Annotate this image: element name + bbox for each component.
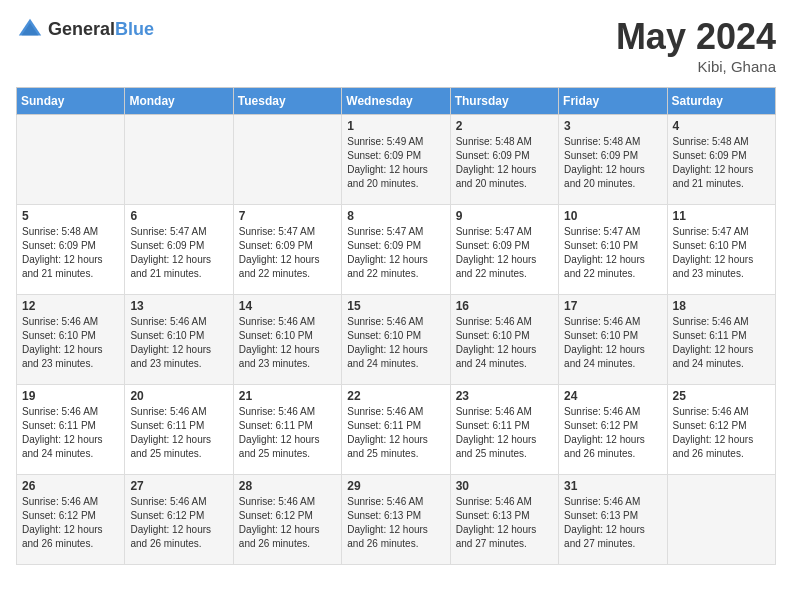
day-cell-21: 21Sunrise: 5:46 AM Sunset: 6:11 PM Dayli… [233, 385, 341, 475]
cell-content: Sunrise: 5:46 AM Sunset: 6:12 PM Dayligh… [239, 495, 336, 551]
cell-content: Sunrise: 5:46 AM Sunset: 6:12 PM Dayligh… [22, 495, 119, 551]
day-number: 2 [456, 119, 553, 133]
day-cell-26: 26Sunrise: 5:46 AM Sunset: 6:12 PM Dayli… [17, 475, 125, 565]
day-cell-18: 18Sunrise: 5:46 AM Sunset: 6:11 PM Dayli… [667, 295, 775, 385]
day-cell-15: 15Sunrise: 5:46 AM Sunset: 6:10 PM Dayli… [342, 295, 450, 385]
day-number: 12 [22, 299, 119, 313]
cell-content: Sunrise: 5:46 AM Sunset: 6:10 PM Dayligh… [130, 315, 227, 371]
day-header-tuesday: Tuesday [233, 88, 341, 115]
day-number: 30 [456, 479, 553, 493]
day-number: 18 [673, 299, 770, 313]
cell-content: Sunrise: 5:46 AM Sunset: 6:13 PM Dayligh… [456, 495, 553, 551]
cell-content: Sunrise: 5:47 AM Sunset: 6:09 PM Dayligh… [130, 225, 227, 281]
day-cell-25: 25Sunrise: 5:46 AM Sunset: 6:12 PM Dayli… [667, 385, 775, 475]
day-cell-29: 29Sunrise: 5:46 AM Sunset: 6:13 PM Dayli… [342, 475, 450, 565]
location: Kibi, Ghana [616, 58, 776, 75]
day-cell-31: 31Sunrise: 5:46 AM Sunset: 6:13 PM Dayli… [559, 475, 667, 565]
day-cell-4: 4Sunrise: 5:48 AM Sunset: 6:09 PM Daylig… [667, 115, 775, 205]
day-cell-27: 27Sunrise: 5:46 AM Sunset: 6:12 PM Dayli… [125, 475, 233, 565]
header-row: SundayMondayTuesdayWednesdayThursdayFrid… [17, 88, 776, 115]
cell-content: Sunrise: 5:46 AM Sunset: 6:10 PM Dayligh… [22, 315, 119, 371]
cell-content: Sunrise: 5:48 AM Sunset: 6:09 PM Dayligh… [456, 135, 553, 191]
week-row-4: 19Sunrise: 5:46 AM Sunset: 6:11 PM Dayli… [17, 385, 776, 475]
cell-content: Sunrise: 5:46 AM Sunset: 6:11 PM Dayligh… [130, 405, 227, 461]
day-number: 16 [456, 299, 553, 313]
cell-content: Sunrise: 5:46 AM Sunset: 6:13 PM Dayligh… [347, 495, 444, 551]
cell-content: Sunrise: 5:48 AM Sunset: 6:09 PM Dayligh… [22, 225, 119, 281]
logo-icon [16, 16, 44, 44]
day-cell-30: 30Sunrise: 5:46 AM Sunset: 6:13 PM Dayli… [450, 475, 558, 565]
day-cell-20: 20Sunrise: 5:46 AM Sunset: 6:11 PM Dayli… [125, 385, 233, 475]
day-number: 8 [347, 209, 444, 223]
day-number: 24 [564, 389, 661, 403]
cell-content: Sunrise: 5:47 AM Sunset: 6:09 PM Dayligh… [239, 225, 336, 281]
cell-content: Sunrise: 5:46 AM Sunset: 6:12 PM Dayligh… [130, 495, 227, 551]
empty-cell [667, 475, 775, 565]
day-cell-28: 28Sunrise: 5:46 AM Sunset: 6:12 PM Dayli… [233, 475, 341, 565]
logo-text: GeneralBlue [48, 20, 154, 40]
day-cell-8: 8Sunrise: 5:47 AM Sunset: 6:09 PM Daylig… [342, 205, 450, 295]
week-row-5: 26Sunrise: 5:46 AM Sunset: 6:12 PM Dayli… [17, 475, 776, 565]
cell-content: Sunrise: 5:46 AM Sunset: 6:11 PM Dayligh… [673, 315, 770, 371]
day-number: 22 [347, 389, 444, 403]
week-row-3: 12Sunrise: 5:46 AM Sunset: 6:10 PM Dayli… [17, 295, 776, 385]
cell-content: Sunrise: 5:46 AM Sunset: 6:13 PM Dayligh… [564, 495, 661, 551]
cell-content: Sunrise: 5:47 AM Sunset: 6:10 PM Dayligh… [564, 225, 661, 281]
day-number: 4 [673, 119, 770, 133]
day-header-saturday: Saturday [667, 88, 775, 115]
week-row-2: 5Sunrise: 5:48 AM Sunset: 6:09 PM Daylig… [17, 205, 776, 295]
day-cell-3: 3Sunrise: 5:48 AM Sunset: 6:09 PM Daylig… [559, 115, 667, 205]
title-block: May 2024 Kibi, Ghana [616, 16, 776, 75]
day-cell-16: 16Sunrise: 5:46 AM Sunset: 6:10 PM Dayli… [450, 295, 558, 385]
day-number: 20 [130, 389, 227, 403]
empty-cell [17, 115, 125, 205]
day-cell-14: 14Sunrise: 5:46 AM Sunset: 6:10 PM Dayli… [233, 295, 341, 385]
week-row-1: 1Sunrise: 5:49 AM Sunset: 6:09 PM Daylig… [17, 115, 776, 205]
day-cell-17: 17Sunrise: 5:46 AM Sunset: 6:10 PM Dayli… [559, 295, 667, 385]
day-cell-2: 2Sunrise: 5:48 AM Sunset: 6:09 PM Daylig… [450, 115, 558, 205]
day-cell-19: 19Sunrise: 5:46 AM Sunset: 6:11 PM Dayli… [17, 385, 125, 475]
day-cell-22: 22Sunrise: 5:46 AM Sunset: 6:11 PM Dayli… [342, 385, 450, 475]
day-header-friday: Friday [559, 88, 667, 115]
day-number: 5 [22, 209, 119, 223]
day-number: 25 [673, 389, 770, 403]
page-header: GeneralBlue May 2024 Kibi, Ghana [16, 16, 776, 75]
cell-content: Sunrise: 5:46 AM Sunset: 6:10 PM Dayligh… [239, 315, 336, 371]
month-title: May 2024 [616, 16, 776, 58]
cell-content: Sunrise: 5:46 AM Sunset: 6:10 PM Dayligh… [347, 315, 444, 371]
empty-cell [125, 115, 233, 205]
day-number: 10 [564, 209, 661, 223]
day-number: 3 [564, 119, 661, 133]
day-cell-24: 24Sunrise: 5:46 AM Sunset: 6:12 PM Dayli… [559, 385, 667, 475]
day-number: 9 [456, 209, 553, 223]
day-cell-10: 10Sunrise: 5:47 AM Sunset: 6:10 PM Dayli… [559, 205, 667, 295]
day-number: 7 [239, 209, 336, 223]
day-number: 31 [564, 479, 661, 493]
cell-content: Sunrise: 5:46 AM Sunset: 6:11 PM Dayligh… [456, 405, 553, 461]
calendar-table: SundayMondayTuesdayWednesdayThursdayFrid… [16, 87, 776, 565]
cell-content: Sunrise: 5:48 AM Sunset: 6:09 PM Dayligh… [673, 135, 770, 191]
day-number: 28 [239, 479, 336, 493]
cell-content: Sunrise: 5:46 AM Sunset: 6:11 PM Dayligh… [239, 405, 336, 461]
cell-content: Sunrise: 5:48 AM Sunset: 6:09 PM Dayligh… [564, 135, 661, 191]
day-header-monday: Monday [125, 88, 233, 115]
cell-content: Sunrise: 5:46 AM Sunset: 6:10 PM Dayligh… [564, 315, 661, 371]
empty-cell [233, 115, 341, 205]
day-cell-5: 5Sunrise: 5:48 AM Sunset: 6:09 PM Daylig… [17, 205, 125, 295]
cell-content: Sunrise: 5:49 AM Sunset: 6:09 PM Dayligh… [347, 135, 444, 191]
day-number: 15 [347, 299, 444, 313]
cell-content: Sunrise: 5:47 AM Sunset: 6:09 PM Dayligh… [347, 225, 444, 281]
day-header-thursday: Thursday [450, 88, 558, 115]
day-cell-11: 11Sunrise: 5:47 AM Sunset: 6:10 PM Dayli… [667, 205, 775, 295]
day-number: 19 [22, 389, 119, 403]
day-header-wednesday: Wednesday [342, 88, 450, 115]
day-cell-9: 9Sunrise: 5:47 AM Sunset: 6:09 PM Daylig… [450, 205, 558, 295]
day-cell-1: 1Sunrise: 5:49 AM Sunset: 6:09 PM Daylig… [342, 115, 450, 205]
day-number: 1 [347, 119, 444, 133]
day-cell-13: 13Sunrise: 5:46 AM Sunset: 6:10 PM Dayli… [125, 295, 233, 385]
cell-content: Sunrise: 5:47 AM Sunset: 6:09 PM Dayligh… [456, 225, 553, 281]
day-number: 26 [22, 479, 119, 493]
day-number: 11 [673, 209, 770, 223]
cell-content: Sunrise: 5:46 AM Sunset: 6:10 PM Dayligh… [456, 315, 553, 371]
day-number: 14 [239, 299, 336, 313]
